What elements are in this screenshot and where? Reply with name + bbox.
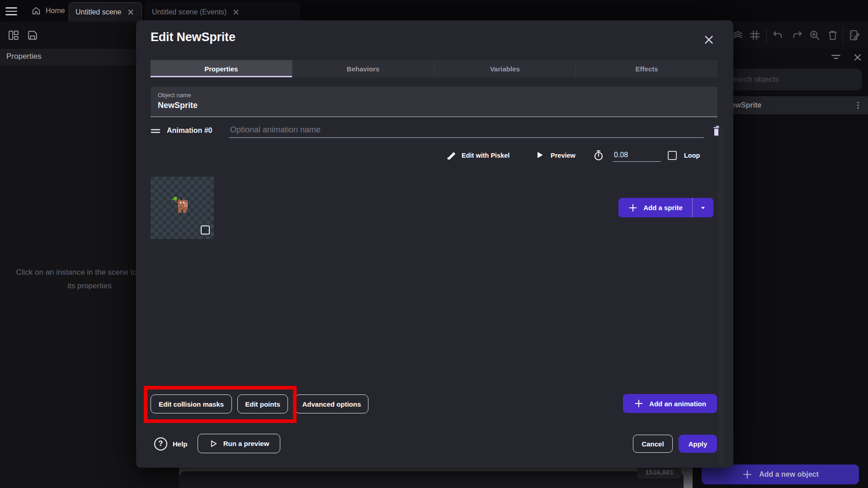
cancel-button[interactable]: Cancel <box>633 435 673 453</box>
home-icon <box>31 6 41 16</box>
checkbox-unchecked-icon <box>668 151 677 160</box>
tab-home-label: Home <box>46 7 65 15</box>
object-name-input[interactable] <box>158 101 710 110</box>
plus-icon <box>634 399 644 408</box>
dialog-scrollbar[interactable] <box>718 127 724 465</box>
edit-with-piskel-label: Edit with Piskel <box>462 152 509 159</box>
add-sprite-button[interactable]: Add a sprite <box>618 198 693 217</box>
animation-header-row: Animation #0 <box>151 122 717 141</box>
edit-points-label: Edit points <box>245 400 280 408</box>
filter-icon[interactable] <box>830 52 843 64</box>
delete-icon[interactable] <box>826 29 840 42</box>
sprite-frame-thumbnail[interactable] <box>151 177 214 239</box>
apply-button[interactable]: Apply <box>679 435 717 453</box>
grid-icon[interactable] <box>749 29 762 42</box>
edit-collision-masks-label: Edit collision masks <box>159 400 224 408</box>
chevron-down-icon <box>699 204 707 211</box>
tab-untitled-scene[interactable]: Untitled scene <box>69 2 142 22</box>
object-name-field[interactable]: Object name <box>151 87 717 117</box>
play-icon <box>535 150 545 160</box>
advanced-options-label: Advanced options <box>302 400 361 408</box>
dialog-title: Edit NewSprite <box>151 30 236 44</box>
advanced-options-button[interactable]: Advanced options <box>295 394 368 413</box>
animation-label: Animation #0 <box>167 127 212 135</box>
preview-animation-button[interactable]: Preview <box>535 148 576 163</box>
layers-icon[interactable] <box>731 29 745 42</box>
help-label: Help <box>173 440 188 448</box>
tab-home[interactable]: Home <box>25 0 71 22</box>
tab-properties[interactable]: Properties <box>151 60 292 77</box>
preview-label: Preview <box>551 152 576 159</box>
toolbar-separator <box>843 28 843 43</box>
plus-icon <box>628 203 638 213</box>
play-outline-icon <box>209 439 218 448</box>
edit-with-piskel-button[interactable]: Edit with Piskel <box>446 148 509 163</box>
object-name-field-label: Object name <box>158 92 710 99</box>
close-dialog-icon[interactable] <box>702 33 716 47</box>
toolbar-separator <box>766 28 767 43</box>
tab-untitled-scene-events[interactable]: Untitled scene (Events) <box>145 2 300 22</box>
tab-scene-label: Untitled scene <box>75 8 121 16</box>
edit-events-sheet-icon[interactable] <box>848 29 862 42</box>
drag-handle-icon[interactable] <box>151 128 160 134</box>
tab-effects[interactable]: Effects <box>576 60 717 77</box>
close-tab-icon[interactable] <box>127 9 134 15</box>
select-frame-checkbox[interactable] <box>201 225 210 235</box>
animation-name-input[interactable] <box>229 122 704 138</box>
close-tab-icon[interactable] <box>233 9 239 15</box>
sprite-pig-image <box>169 194 194 219</box>
object-menu-icon[interactable] <box>853 100 863 111</box>
undo-icon[interactable] <box>771 29 785 42</box>
cancel-label: Cancel <box>642 440 664 448</box>
top-tab-bar: Home Untitled scene Untitled scene (Even… <box>0 0 868 22</box>
add-animation-button[interactable]: Add an animation <box>623 394 717 413</box>
canvas-dark-area <box>179 471 684 488</box>
zoom-in-icon[interactable] <box>808 29 822 42</box>
tab-behaviors[interactable]: Behaviors <box>292 60 434 77</box>
loop-label-wrap[interactable]: Loop <box>684 148 700 163</box>
save-project-icon[interactable] <box>26 29 40 42</box>
edit-collision-masks-button[interactable]: Edit collision masks <box>151 394 232 413</box>
gdevelop-app: Home Untitled scene Untitled scene (Even… <box>0 0 868 488</box>
open-editors-panel-icon[interactable] <box>7 29 21 42</box>
add-sprite-split-button[interactable]: Add a sprite <box>618 198 713 217</box>
run-preview-button[interactable]: Run a preview <box>198 434 280 453</box>
redo-icon[interactable] <box>791 29 805 42</box>
tab-events-label: Untitled scene (Events) <box>152 8 226 16</box>
run-preview-label: Run a preview <box>223 440 269 447</box>
add-sprite-dropdown-button[interactable] <box>693 198 713 217</box>
timer-icon <box>593 148 604 163</box>
close-panel-icon[interactable] <box>852 52 864 64</box>
plus-icon <box>742 469 753 480</box>
scene-canvas <box>179 468 693 488</box>
brush-icon <box>446 150 456 160</box>
main-menu-icon[interactable] <box>5 6 19 17</box>
help-icon: ? <box>154 437 167 450</box>
add-animation-label: Add an animation <box>649 400 706 408</box>
help-button[interactable]: ? Help <box>154 434 188 453</box>
loop-checkbox[interactable] <box>668 148 677 163</box>
loop-label: Loop <box>684 152 700 159</box>
dialog-tab-bar: Properties Behaviors Variables Effects <box>151 60 717 77</box>
apply-label: Apply <box>689 440 708 448</box>
add-sprite-label: Add a sprite <box>643 204 683 211</box>
tab-variables[interactable]: Variables <box>434 60 576 77</box>
edit-points-button[interactable]: Edit points <box>237 394 288 413</box>
edit-sprite-dialog: Edit NewSprite Properties Behaviors Vari… <box>136 20 733 468</box>
add-new-object-label: Add a new object <box>759 470 819 479</box>
animation-controls-row: Edit with Piskel Preview Loop <box>136 148 733 163</box>
frame-duration-input[interactable] <box>613 148 661 162</box>
